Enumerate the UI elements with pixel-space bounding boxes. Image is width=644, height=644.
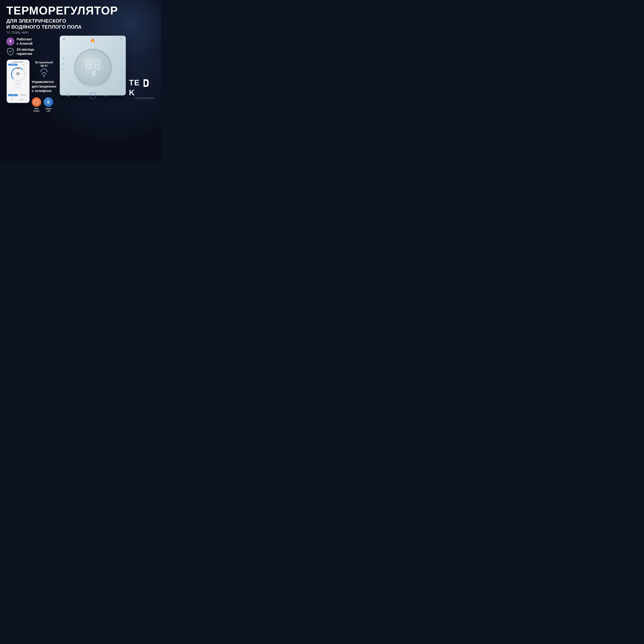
clock-button[interactable] xyxy=(78,94,81,98)
main-layout: Работает с Алисой 24 месяца гарантии xyxy=(6,37,155,112)
thermostat-device: 🔥 xyxy=(60,36,126,95)
flame-icon-top: 🔥 xyxy=(90,38,95,43)
secondary-temp-display xyxy=(85,85,100,90)
power-button[interactable] xyxy=(89,92,96,99)
remote-text: Управляется дистанционно с телефона xyxy=(32,80,56,93)
phone-set-icon[interactable]: ⚙ Set xyxy=(11,98,13,101)
wifi-symbol xyxy=(41,69,47,77)
phone-tabs: Manual Auto xyxy=(8,64,28,66)
phone-mockup: smart thermostat Manual Auto 🔥 ✓ 21 xyxy=(6,59,30,103)
phone-icons-row: ⚙ Set 📋 Program... xyxy=(8,97,28,101)
display-circle xyxy=(74,49,112,86)
settings-icon: ⚙ xyxy=(11,98,13,99)
svg-rect-7 xyxy=(67,94,68,95)
brand-sub-text: TECHNOHOME xyxy=(135,97,155,99)
phone-flame-icon: 🔥 xyxy=(17,68,19,70)
shield-icon xyxy=(6,48,14,56)
title-sub: ДЛЯ ЭЛЕКТРИЧЕСКОГО И ВОДЯНОГО ТЕПЛОГО ПО… xyxy=(6,18,155,30)
smart-life-icon xyxy=(46,99,51,105)
phone-antifreeze-btn[interactable]: antifreeze xyxy=(8,94,18,96)
title-sub-line1: ДЛЯ ЭЛЕКТРИЧЕСКОГО xyxy=(6,18,66,24)
svg-point-3 xyxy=(63,63,64,64)
clock-icon-right xyxy=(121,68,123,71)
main-content: ТЕРМОРЕГУЛЯТОР ДЛЯ ЭЛЕКТРИЧЕСКОГО И ВОДЯ… xyxy=(0,0,161,117)
number-3-icon: 3 xyxy=(62,68,65,71)
c-letter-display xyxy=(92,71,95,76)
wifi-icon-top-right xyxy=(119,38,123,41)
bottom-left: smart thermostat Manual Auto 🔥 ✓ 21 xyxy=(6,59,57,112)
thermostat-bottom-buttons xyxy=(60,92,126,99)
svg-point-5 xyxy=(122,63,123,63)
phone-current-label: Current te. xyxy=(8,87,28,88)
svg-rect-9 xyxy=(67,96,68,97)
smart-life-logo: Smart Life xyxy=(44,97,53,112)
brand-tedk-text: TE K xyxy=(129,78,155,97)
title-sub-line2: И ВОДЯНОГО ТЕПЛОГО ПОЛА xyxy=(6,24,82,30)
warranty-feature-row: 24 месяца гарантии xyxy=(6,47,57,56)
phone-temp-value: 21 xyxy=(16,72,20,75)
model-code: TC-TE84L-WIFI xyxy=(6,31,155,34)
person-icon xyxy=(62,62,65,65)
smart-life-circle xyxy=(44,97,53,107)
up-button[interactable] xyxy=(104,94,107,98)
alice-icon xyxy=(6,37,14,46)
shield-svg xyxy=(7,48,14,56)
down-button[interactable] xyxy=(115,94,119,98)
wifi-text: Встроенный Wi-Fi xyxy=(35,61,53,68)
degree-display xyxy=(90,71,95,76)
wifi-arc-medium xyxy=(42,72,46,75)
phone-check-icon: ✓ xyxy=(12,73,13,75)
phone-bottom-buttons: antifreeze Child lock xyxy=(8,94,28,96)
phone-current-temp: 20 °C xyxy=(8,85,28,86)
tuya-label: Tuya Smart xyxy=(34,107,39,112)
yandex-alice-icon xyxy=(8,39,12,44)
brand-d xyxy=(143,78,149,88)
phone-screen: smart thermostat Manual Auto 🔥 ✓ 21 xyxy=(7,60,29,103)
wifi-remote-col: Встроенный Wi-Fi Управляется xyxy=(32,59,56,112)
phone-set-temp-label: Set tempe. xyxy=(8,83,28,84)
phone-program-icon[interactable]: 📋 Program... xyxy=(19,98,25,101)
program-icon: 📋 xyxy=(19,98,25,99)
phone-header-text: smart thermostat xyxy=(8,61,28,63)
brand-section: TE K TECHNOHOME xyxy=(129,37,155,103)
brand-logo: TE K xyxy=(129,78,155,97)
brand-t: T xyxy=(129,78,134,87)
brand-e: E xyxy=(134,78,140,87)
tuya-logo: t Tuya Smart xyxy=(32,97,41,112)
tab-manual[interactable]: Manual xyxy=(8,64,18,66)
wifi-dot xyxy=(44,76,44,77)
app-logos: t Tuya Smart xyxy=(32,97,56,112)
tab-auto[interactable]: Auto xyxy=(18,64,28,66)
right-side-icons xyxy=(121,57,123,71)
wifi-arc-small xyxy=(43,75,45,76)
wifi-arc-large xyxy=(41,69,47,72)
warranty-label: 24 месяца гарантии xyxy=(17,47,34,56)
tuya-circle: t xyxy=(32,97,41,107)
tuya-icon: t xyxy=(34,99,39,105)
phone-dial: 🔥 ✓ 21 °C xyxy=(11,67,25,81)
home-icon xyxy=(63,38,65,41)
svg-point-2 xyxy=(48,101,49,103)
main-temp-display xyxy=(86,59,100,70)
grid-button[interactable] xyxy=(67,94,70,98)
home-small-icon xyxy=(62,57,65,59)
title-main: ТЕРМОРЕГУЛЯТОР xyxy=(6,5,155,17)
left-side-icons: 3 xyxy=(62,57,65,71)
svg-point-4 xyxy=(122,57,123,58)
brand-d-icon xyxy=(143,79,149,87)
phone-temp-unit: °C xyxy=(16,75,20,77)
remote-feature: Управляется дистанционно с телефона xyxy=(32,80,56,93)
svg-rect-10 xyxy=(69,96,70,97)
person-away-icon xyxy=(121,62,123,65)
wifi-feature: Встроенный Wi-Fi xyxy=(33,61,55,77)
alice-feature-row: Работает с Алисой xyxy=(6,37,57,46)
thermostat-mid: 3 xyxy=(60,41,126,86)
svg-rect-8 xyxy=(69,94,70,95)
svg-text:t: t xyxy=(36,101,37,103)
smart-life-label: Smart Life xyxy=(46,107,51,112)
lower-display-area xyxy=(60,85,126,90)
thermostat-top-row: 🔥 xyxy=(60,36,126,41)
phone-child-lock-btn[interactable]: Child lock xyxy=(18,94,28,96)
alice-label: Работает с Алисой xyxy=(17,37,33,46)
left-column: Работает с Алисой 24 месяца гарантии xyxy=(6,37,57,112)
